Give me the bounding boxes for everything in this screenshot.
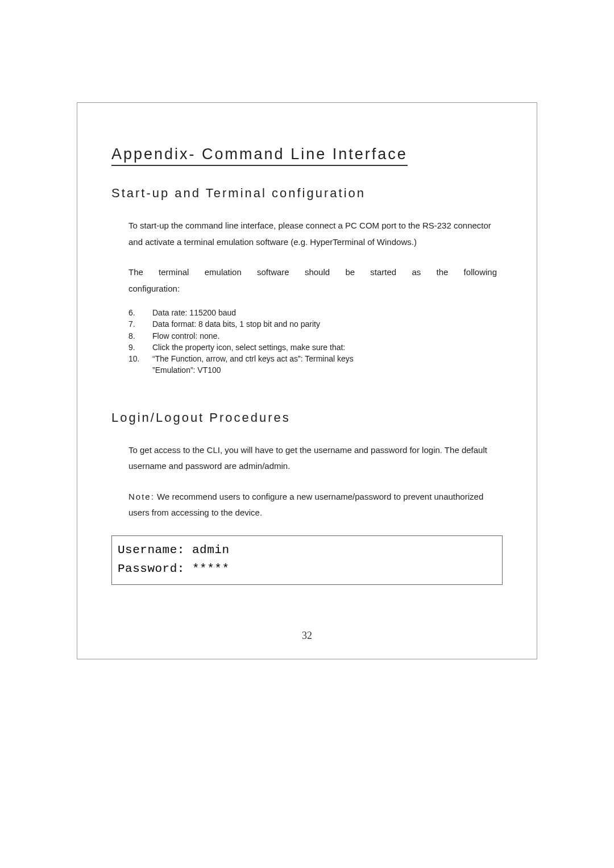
section2-para1: To get access to the CLI, you will have … [128,442,497,475]
list-text: Click the property icon, select settings… [152,342,503,353]
list-num: 7. [128,318,152,330]
list-num [128,364,152,376]
note-label: Note: [128,492,155,501]
section1-heading: Start-up and Terminal configuration [111,186,503,201]
list-item: 7. Data format: 8 data bits, 1 stop bit … [128,318,503,330]
section1-para1: To start-up the command line interface, … [128,218,497,250]
list-text: Flow control: none. [152,330,503,342]
list-item: 9. Click the property icon, select setti… [128,342,503,353]
list-text: Data rate: 115200 baud [152,307,503,318]
section1-para2b: configuration: [128,281,497,297]
list-text: ”Emulation”: VT100 [152,364,503,376]
terminal-line-username: Username: admin [118,541,496,560]
terminal-line-password: Password: ***** [118,559,496,579]
list-num: 8. [128,330,152,342]
list-text: “The Function, arrow, and ctrl keys act … [152,353,503,364]
list-item: 10. “The Function, arrow, and ctrl keys … [128,353,503,364]
page-frame: Appendix- Command Line Interface Start-u… [77,102,537,659]
list-num: 9. [128,342,152,353]
list-item: ”Emulation”: VT100 [128,364,503,376]
list-item: 8. Flow control: none. [128,330,503,342]
list-text: Data format: 8 data bits, 1 stop bit and… [152,318,503,330]
section2-note: Note: We recommend users to configure a … [128,489,497,521]
section2-heading: Login/Logout Procedures [111,410,503,425]
section1-para2a: The terminal emulation software should b… [128,264,497,281]
terminal-box: Username: admin Password: ***** [111,535,503,585]
page-number: 32 [77,630,537,642]
list-item: 6. Data rate: 115200 baud [128,307,503,318]
list-num: 6. [128,307,152,318]
list-num: 10. [128,353,152,364]
page-title: Appendix- Command Line Interface [111,146,408,166]
config-list: 6. Data rate: 115200 baud 7. Data format… [128,307,503,376]
note-text: We recommend users to configure a new us… [128,492,483,518]
